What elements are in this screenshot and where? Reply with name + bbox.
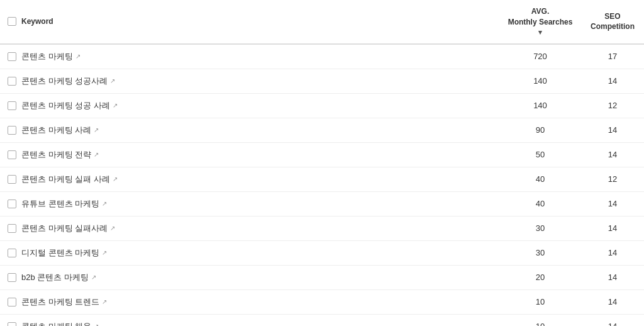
sort-arrow-icon[interactable]: ▾ [538, 28, 542, 37]
seo-competition-label-line1: SEO [604, 11, 620, 22]
avg-monthly-cell: 30 [499, 216, 581, 240]
keyword-cell: 콘텐츠 마케팅 채용 ↗ [0, 314, 499, 326]
keyword-text-1: 콘텐츠 마케팅 성공사례 [21, 76, 108, 87]
keyword-cell: b2b 콘텐츠 마케팅 ↗ [0, 265, 499, 289]
row-checkbox-0[interactable] [8, 52, 16, 61]
avg-monthly-cell: 50 [499, 142, 581, 167]
seo-competition-cell: 14 [581, 142, 644, 167]
table-header-row: Keyword AVG. Monthly Searches ▾ SEO Comp… [0, 0, 644, 44]
avg-monthly-line2: Monthly Searches [508, 17, 573, 28]
seo-competition-cell: 12 [581, 167, 644, 191]
table-body: 콘텐츠 마케팅 ↗ 72017 콘텐츠 마케팅 성공사례 ↗ 14014 콘텐츠… [0, 44, 644, 326]
keyword-cell: 콘텐츠 마케팅 실패사례 ↗ [0, 216, 499, 240]
keyword-text-5: 콘텐츠 마케팅 실패 사례 [21, 174, 110, 185]
avg-monthly-cell: 140 [499, 69, 581, 93]
keyword-column-label: Keyword [21, 17, 53, 26]
seo-competition-cell: 14 [581, 289, 644, 314]
avg-monthly-cell: 30 [499, 240, 581, 265]
external-link-icon-10[interactable]: ↗ [102, 298, 107, 305]
avg-monthly-cell: 40 [499, 167, 581, 191]
table-row: 콘텐츠 마케팅 채용 ↗ 1014 [0, 314, 644, 326]
external-link-icon-4[interactable]: ↗ [94, 151, 99, 158]
seo-competition-cell: 17 [581, 44, 644, 69]
keyword-text-0: 콘텐츠 마케팅 [21, 51, 73, 62]
external-link-icon-9[interactable]: ↗ [91, 274, 96, 281]
row-checkbox-8[interactable] [8, 249, 16, 257]
seo-competition-cell: 14 [581, 191, 644, 216]
avg-monthly-cell: 40 [499, 191, 581, 216]
table-row: 유튜브 콘텐츠 마케팅 ↗ 4014 [0, 191, 644, 216]
row-checkbox-1[interactable] [8, 77, 16, 86]
avg-monthly-column-header: AVG. Monthly Searches ▾ [499, 0, 581, 44]
row-checkbox-7[interactable] [8, 224, 16, 233]
row-checkbox-4[interactable] [8, 150, 16, 159]
external-link-icon-2[interactable]: ↗ [113, 102, 118, 109]
external-link-icon-11[interactable]: ↗ [94, 323, 99, 326]
table-row: b2b 콘텐츠 마케팅 ↗ 2014 [0, 265, 644, 289]
keyword-cell: 콘텐츠 마케팅 실패 사례 ↗ [0, 167, 499, 191]
select-all-checkbox[interactable] [8, 17, 16, 26]
seo-competition-cell: 14 [581, 216, 644, 240]
row-checkbox-3[interactable] [8, 126, 16, 135]
seo-competition-cell: 14 [581, 69, 644, 93]
external-link-icon-0[interactable]: ↗ [75, 53, 80, 60]
keyword-text-8: 디지털 콘텐츠 마케팅 [21, 247, 99, 259]
table-row: 콘텐츠 마케팅 사례 ↗ 9014 [0, 118, 644, 142]
row-checkbox-6[interactable] [8, 200, 16, 208]
external-link-icon-6[interactable]: ↗ [102, 200, 107, 207]
row-checkbox-2[interactable] [8, 101, 16, 110]
seo-competition-cell: 14 [581, 265, 644, 289]
table-row: 콘텐츠 마케팅 전략 ↗ 5014 [0, 142, 644, 167]
keyword-text-11: 콘텐츠 마케팅 채용 [21, 321, 91, 326]
keyword-text-7: 콘텐츠 마케팅 실패사례 [21, 223, 108, 234]
table-row: 콘텐츠 마케팅 성공 사례 ↗ 14012 [0, 93, 644, 118]
keyword-text-9: b2b 콘텐츠 마케팅 [21, 272, 89, 283]
external-link-icon-8[interactable]: ↗ [102, 249, 107, 256]
avg-monthly-line1: AVG. [531, 6, 549, 17]
keyword-cell: 콘텐츠 마케팅 성공사례 ↗ [0, 69, 499, 93]
seo-competition-cell: 12 [581, 93, 644, 118]
keyword-column-header: Keyword [0, 0, 499, 44]
row-checkbox-11[interactable] [8, 322, 16, 326]
avg-monthly-cell: 10 [499, 314, 581, 326]
table-row: 콘텐츠 마케팅 실패사례 ↗ 3014 [0, 216, 644, 240]
keyword-cell: 콘텐츠 마케팅 ↗ [0, 44, 499, 69]
external-link-icon-1[interactable]: ↗ [110, 77, 115, 84]
keyword-text-4: 콘텐츠 마케팅 전략 [21, 149, 91, 160]
keyword-cell: 콘텐츠 마케팅 사례 ↗ [0, 118, 499, 142]
external-link-icon-7[interactable]: ↗ [110, 225, 115, 232]
table-row: 콘텐츠 마케팅 실패 사례 ↗ 4012 [0, 167, 644, 191]
row-checkbox-9[interactable] [8, 273, 16, 282]
keyword-cell: 콘텐츠 마케팅 전략 ↗ [0, 142, 499, 167]
avg-monthly-cell: 10 [499, 289, 581, 314]
keyword-table-container: Keyword AVG. Monthly Searches ▾ SEO Comp… [0, 0, 644, 326]
keyword-cell: 콘텐츠 마케팅 트렌드 ↗ [0, 289, 499, 314]
table-row: 콘텐츠 마케팅 성공사례 ↗ 14014 [0, 69, 644, 93]
keyword-text-3: 콘텐츠 마케팅 사례 [21, 125, 91, 136]
keyword-cell: 유튜브 콘텐츠 마케팅 ↗ [0, 191, 499, 216]
avg-monthly-cell: 720 [499, 44, 581, 69]
table-row: 디지털 콘텐츠 마케팅 ↗ 3014 [0, 240, 644, 265]
seo-competition-column-header: SEO Competition [581, 0, 644, 44]
keyword-text-6: 유튜브 콘텐츠 마케팅 [21, 198, 99, 210]
row-checkbox-5[interactable] [8, 175, 16, 184]
row-checkbox-10[interactable] [8, 298, 16, 306]
table-row: 콘텐츠 마케팅 트렌드 ↗ 1014 [0, 289, 644, 314]
avg-monthly-cell: 140 [499, 93, 581, 118]
keyword-cell: 콘텐츠 마케팅 성공 사례 ↗ [0, 93, 499, 118]
keyword-text-2: 콘텐츠 마케팅 성공 사례 [21, 100, 110, 111]
avg-monthly-cell: 90 [499, 118, 581, 142]
keyword-text-10: 콘텐츠 마케팅 트렌드 [21, 296, 99, 308]
external-link-icon-5[interactable]: ↗ [113, 176, 118, 183]
keyword-cell: 디지털 콘텐츠 마케팅 ↗ [0, 240, 499, 265]
seo-competition-label-line2: Competition [591, 21, 635, 32]
seo-competition-cell: 14 [581, 118, 644, 142]
avg-monthly-cell: 20 [499, 265, 581, 289]
seo-competition-cell: 14 [581, 240, 644, 265]
table-row: 콘텐츠 마케팅 ↗ 72017 [0, 44, 644, 69]
external-link-icon-3[interactable]: ↗ [94, 126, 99, 133]
keyword-table: Keyword AVG. Monthly Searches ▾ SEO Comp… [0, 0, 644, 326]
seo-competition-cell: 14 [581, 314, 644, 326]
